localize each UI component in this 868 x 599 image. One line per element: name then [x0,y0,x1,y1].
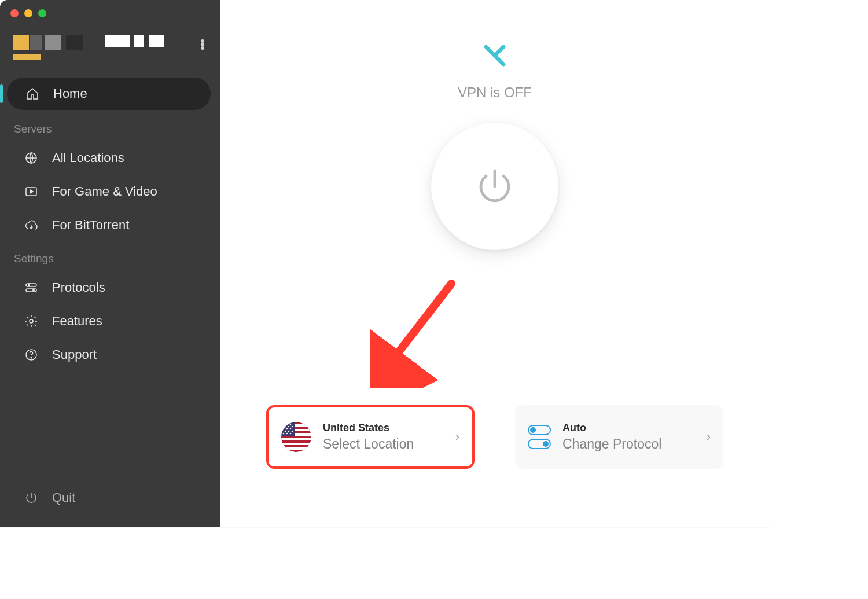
video-icon [23,183,39,200]
protocol-toggle-icon [528,425,551,449]
svg-point-19 [286,424,288,425]
sidebar-item-features[interactable]: Features [0,305,220,337]
main-panel: VPN is OFF [220,0,770,527]
account-menu-button[interactable]: ••• [200,39,207,50]
sidebar-item-bittorrent[interactable]: For BitTorrent [0,209,220,241]
sidebar-item-home[interactable]: Home [7,78,211,110]
svg-point-21 [285,426,286,428]
sidebar-item-label: For Game & Video [52,184,157,199]
svg-rect-15 [281,443,311,445]
location-country: United States [323,422,444,434]
svg-point-4 [28,284,30,285]
app-window: ••• Home Servers All Locations [0,0,770,527]
sidebar-item-label: Features [52,314,102,329]
svg-point-31 [286,433,288,435]
svg-rect-14 [281,438,311,440]
gear-icon [23,313,39,329]
app-logo-icon [480,41,510,73]
window-zoom-button[interactable] [38,9,46,17]
sidebar-item-label: Home [53,86,87,101]
svg-point-28 [288,431,290,432]
svg-rect-2 [26,284,36,286]
svg-rect-16 [281,447,311,450]
svg-point-6 [30,319,33,323]
svg-point-18 [283,424,285,425]
svg-point-29 [292,431,293,432]
chevron-right-icon: › [707,429,711,444]
sidebar-item-quit[interactable]: Quit [0,482,220,514]
window-minimize-button[interactable] [24,9,32,17]
sidebar-item-label: Protocols [52,280,105,295]
svg-point-20 [290,424,292,425]
sidebar-item-label: All Locations [52,150,124,166]
chevron-right-icon: › [455,429,459,444]
window-controls [0,6,220,17]
sidebar: ••• Home Servers All Locations [0,0,220,527]
svg-point-23 [292,426,293,428]
svg-rect-3 [26,289,36,292]
protocols-icon [23,280,39,296]
svg-point-26 [290,428,292,430]
svg-point-24 [283,428,285,430]
bottom-cards-row: United States Select Location › Auto Cha… [220,405,770,469]
home-icon [24,86,41,102]
globe-icon [23,150,39,166]
vpn-status-text: VPN is OFF [458,84,532,101]
help-icon [23,347,39,363]
svg-point-22 [288,426,290,428]
sidebar-item-game-video[interactable]: For Game & Video [0,175,220,208]
svg-point-25 [286,428,288,430]
svg-point-8 [31,357,32,358]
sidebar-item-label: Support [52,347,97,362]
svg-point-32 [290,433,292,435]
flag-us-icon [281,422,311,452]
section-servers-label: Servers [0,112,220,141]
sidebar-item-label: Quit [52,490,75,505]
window-close-button[interactable] [10,9,19,17]
sidebar-item-support[interactable]: Support [0,339,220,371]
svg-point-5 [33,289,34,291]
sidebar-item-all-locations[interactable]: All Locations [0,142,220,174]
sidebar-item-label: For BitTorrent [52,218,129,233]
svg-point-27 [285,431,286,432]
svg-point-30 [283,433,285,435]
download-cloud-icon [23,217,39,233]
sidebar-item-protocols[interactable]: Protocols [0,271,220,304]
location-action: Select Location [323,436,444,452]
connect-button[interactable] [431,123,558,250]
power-icon [23,490,39,506]
account-info-redacted [13,30,181,59]
section-settings-label: Settings [0,242,220,271]
protocol-mode: Auto [562,422,695,434]
account-header: ••• [0,17,220,75]
annotation-arrow [370,278,463,388]
change-protocol-card[interactable]: Auto Change Protocol › [515,405,723,469]
select-location-card[interactable]: United States Select Location › [266,405,475,469]
protocol-action: Change Protocol [562,436,695,452]
svg-rect-11 [281,424,311,427]
